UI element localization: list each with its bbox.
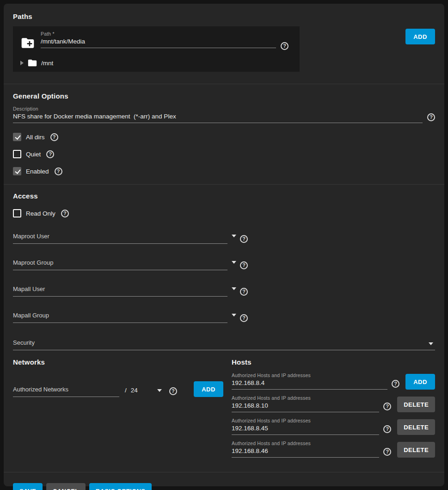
mapall-group-label: Mapall Group [13, 312, 49, 319]
hosts-section: Hosts Authorized Hosts and IP addresses … [232, 358, 435, 458]
checkbox-row-read-only: Read Only ? [13, 209, 435, 217]
description-field[interactable]: Description NFS share for Docker media m… [13, 106, 423, 123]
maproot-group-row: Maproot Group ? [13, 258, 435, 270]
all-dirs-checkbox[interactable] [13, 133, 21, 141]
host-row: Authorized Hosts and IP addresses 192.16… [232, 440, 435, 458]
host-help-icon[interactable]: ? [392, 380, 399, 388]
mapall-user-row: Mapall User ? [13, 285, 435, 297]
description-label: Description [13, 106, 423, 112]
host-field-label: Authorized Hosts and IP addresses [232, 418, 379, 423]
tree-node-mnt[interactable]: /mnt [20, 58, 288, 68]
path-field-label: Path * [41, 31, 276, 37]
basic-options-button[interactable]: BASIC OPTIONS [89, 483, 152, 490]
checkbox-row-all-dirs: All dirs ? [13, 133, 435, 141]
host-input[interactable]: Authorized Hosts and IP addresses 192.16… [232, 440, 379, 458]
cidr-prefix-select[interactable]: 24 [131, 387, 138, 394]
host-delete-button[interactable]: DELETE [397, 419, 435, 435]
host-field-label: Authorized Hosts and IP addresses [232, 372, 387, 378]
checkbox-row-quiet: Quiet ? [13, 150, 435, 158]
mapall-user-help-icon[interactable]: ? [240, 288, 248, 296]
host-add-button[interactable]: ADD [405, 374, 435, 390]
maproot-user-label: Maproot User [13, 233, 49, 240]
quiet-help-icon[interactable]: ? [46, 150, 54, 158]
chevron-down-icon[interactable] [232, 314, 236, 316]
host-delete-button[interactable]: DELETE [397, 397, 435, 412]
host-field-value[interactable]: 192.168.8.45 [232, 425, 379, 432]
enabled-checkbox[interactable] [13, 167, 21, 175]
mapall-group-row: Mapall Group ? [13, 311, 435, 323]
mapall-user-label: Mapall User [13, 285, 45, 292]
authorized-networks-input[interactable]: Authorized Networks [13, 385, 119, 397]
access-title: Access [13, 192, 435, 200]
authorized-network-row: Authorized Networks / 24 ? ADD [13, 381, 223, 397]
host-help-icon[interactable]: ? [383, 448, 391, 456]
tree-node-label: /mnt [41, 60, 53, 67]
host-row: Authorized Hosts and IP addresses 192.16… [232, 395, 435, 412]
security-label: Security [13, 339, 35, 346]
access-section: Access Read Only ? Maproot User ? Maproo… [13, 185, 435, 350]
read-only-checkbox[interactable] [13, 209, 21, 217]
maproot-group-select[interactable]: Maproot Group [13, 258, 227, 270]
form-footer: SAVE CANCEL BASIC OPTIONS [13, 472, 435, 490]
quiet-checkbox[interactable] [13, 150, 21, 158]
cidr-separator: / [125, 387, 127, 394]
mapall-group-help-icon[interactable]: ? [240, 314, 248, 322]
save-button[interactable]: SAVE [13, 483, 43, 490]
host-field-value[interactable]: 192.168.8.46 [232, 447, 379, 454]
host-input[interactable]: Authorized Hosts and IP addresses 192.16… [232, 395, 379, 412]
mapall-user-select[interactable]: Mapall User [13, 285, 227, 297]
maproot-user-row: Maproot User ? [13, 232, 435, 244]
host-row: Authorized Hosts and IP addresses 192.16… [232, 418, 435, 435]
authorized-networks-label: Authorized Networks [13, 386, 68, 393]
mapall-group-select[interactable]: Mapall Group [13, 311, 227, 323]
host-help-icon[interactable]: ? [383, 425, 391, 433]
host-field-label: Authorized Hosts and IP addresses [232, 440, 379, 446]
chevron-down-icon[interactable] [157, 389, 162, 392]
networks-title: Networks [13, 358, 223, 366]
quiet-label: Quiet [26, 151, 41, 158]
description-value[interactable]: NFS share for Docker media management (*… [13, 113, 423, 120]
path-field[interactable]: Path * /mnt/tank/Media [41, 31, 276, 48]
maproot-group-label: Maproot Group [13, 259, 53, 266]
host-row: Authorized Hosts and IP addresses 192.16… [232, 372, 435, 390]
host-help-icon[interactable]: ? [383, 403, 391, 410]
host-delete-button[interactable]: DELETE [397, 442, 435, 458]
path-field-value[interactable]: /mnt/tank/Media [41, 38, 276, 45]
cancel-button[interactable]: CANCEL [46, 483, 86, 490]
read-only-help-icon[interactable]: ? [61, 210, 69, 217]
paths-section-title: Paths [13, 12, 435, 20]
nfs-share-form-card: Paths Path * /mnt/tank/Media ? [4, 4, 444, 486]
path-help-icon[interactable]: ? [281, 42, 288, 50]
chevron-down-icon[interactable] [429, 342, 433, 345]
network-add-button[interactable]: ADD [194, 381, 223, 397]
host-field-value[interactable]: 192.168.8.4 [232, 379, 387, 386]
networks-section: Networks Authorized Networks / 24 ? ADD [13, 358, 223, 458]
maproot-user-select[interactable]: Maproot User [13, 232, 227, 244]
enabled-help-icon[interactable]: ? [55, 167, 62, 175]
host-input[interactable]: Authorized Hosts and IP addresses 192.16… [232, 418, 379, 435]
folder-plus-icon[interactable] [20, 36, 35, 52]
security-select[interactable]: Security [13, 338, 435, 350]
description-help-icon[interactable]: ? [427, 113, 435, 121]
host-field-label: Authorized Hosts and IP addresses [232, 395, 379, 401]
all-dirs-help-icon[interactable]: ? [50, 133, 58, 141]
host-field-value[interactable]: 192.168.8.10 [232, 402, 379, 409]
checkbox-row-enabled: Enabled ? [13, 167, 435, 175]
enabled-label: Enabled [26, 168, 49, 175]
file-tree-panel: Path * /mnt/tank/Media ? /mnt [13, 26, 300, 72]
host-input[interactable]: Authorized Hosts and IP addresses 192.16… [232, 372, 387, 390]
maproot-user-help-icon[interactable]: ? [240, 235, 248, 243]
chevron-down-icon[interactable] [232, 261, 236, 264]
read-only-label: Read Only [26, 210, 55, 217]
paths-add-button[interactable]: ADD [405, 29, 435, 44]
chevron-down-icon[interactable] [232, 235, 236, 237]
paths-section: Paths Path * /mnt/tank/Media ? [13, 4, 435, 72]
maproot-group-help-icon[interactable]: ? [240, 261, 248, 269]
chevron-down-icon[interactable] [232, 287, 236, 290]
general-options-title: General Options [13, 92, 435, 100]
tree-expand-icon[interactable] [20, 61, 24, 65]
hosts-title: Hosts [232, 358, 435, 366]
general-options-section: General Options Description NFS share fo… [13, 84, 435, 175]
folder-icon [27, 58, 37, 68]
network-help-icon[interactable]: ? [169, 387, 177, 395]
